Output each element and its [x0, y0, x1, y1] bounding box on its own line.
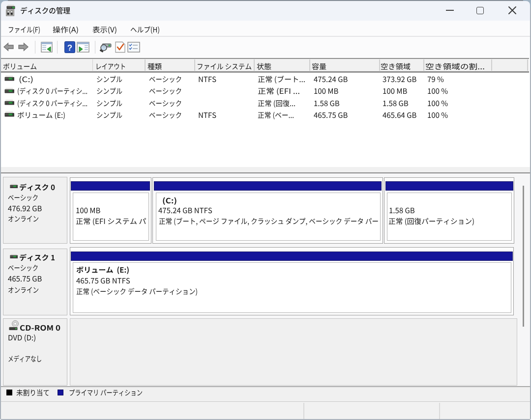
svg-text:?: ?	[67, 43, 72, 53]
